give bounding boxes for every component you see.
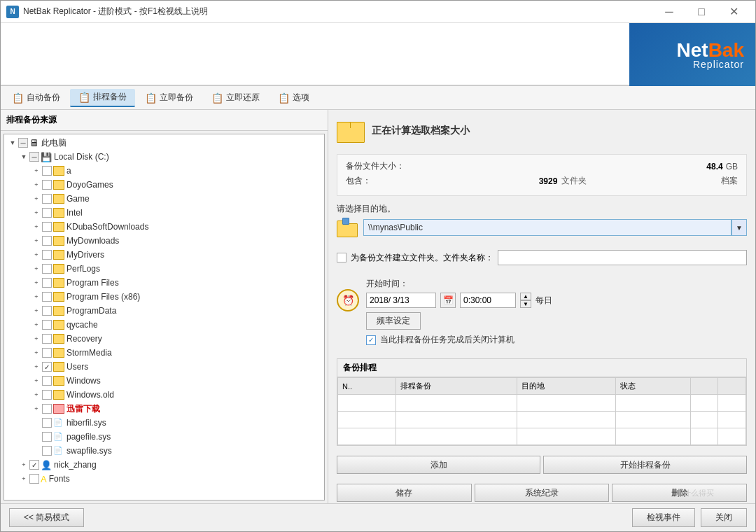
checkbox-kdubasoftdownloads[interactable]	[42, 222, 52, 232]
checkbox-mydrivers[interactable]	[42, 250, 52, 260]
calendar-button[interactable]: 📅	[440, 293, 456, 308]
time-spin-down[interactable]: ▼	[520, 300, 531, 308]
tree-item-users[interactable]: + ✓ Users	[6, 360, 323, 374]
checkbox-fonts[interactable]	[29, 474, 39, 484]
expand-local-disk[interactable]: ▼	[18, 151, 29, 162]
view-events-button[interactable]: 检视事件	[632, 508, 695, 527]
expand-perflogs[interactable]: +	[31, 263, 42, 274]
minimize-button[interactable]: ─	[653, 1, 685, 23]
tree-item-program-files-x86[interactable]: + Program Files (x86)	[6, 290, 323, 304]
start-schedule-button[interactable]: 开始排程备份	[543, 456, 747, 474]
shutdown-checkbox[interactable]: ✓	[366, 335, 376, 345]
expand-program-files[interactable]: +	[31, 277, 42, 288]
folder-create-checkbox[interactable]	[337, 253, 346, 262]
tree-item-nick-zhang[interactable]: + ✓ 👤 nick_zhang	[6, 458, 323, 472]
checkbox-a[interactable]	[42, 166, 52, 176]
checkbox-users[interactable]: ✓	[42, 362, 52, 372]
expand-qycache[interactable]: +	[31, 319, 42, 330]
tree-item-doyogames[interactable]: + DoyoGames	[6, 178, 323, 192]
expand-doyogames[interactable]: +	[31, 179, 42, 190]
checkbox-xunlei[interactable]	[42, 404, 52, 414]
save-button[interactable]: 储存	[337, 484, 472, 502]
expand-fonts[interactable]: +	[18, 473, 29, 484]
expand-a[interactable]: +	[31, 165, 42, 176]
tree-item-this-pc[interactable]: ▼ ─ 🖥 此电脑	[6, 136, 323, 150]
tree-item-stormmedia[interactable]: + StormMedia	[6, 346, 323, 360]
simple-mode-button[interactable]: << 简易模式	[9, 508, 84, 527]
expand-nick-zhang[interactable]: +	[18, 459, 29, 470]
tree-item-windows-old[interactable]: + Windows.old	[6, 388, 323, 402]
expand-kdubasoftdownloads[interactable]: +	[31, 221, 42, 232]
folder-name-input[interactable]	[498, 250, 747, 265]
expand-programdata[interactable]: +	[31, 305, 42, 316]
expand-program-files-x86[interactable]: +	[31, 291, 42, 302]
expand-users[interactable]: +	[31, 361, 42, 372]
tree-item-windows[interactable]: + Windows	[6, 374, 323, 388]
expand-this-pc[interactable]: ▼	[7, 137, 18, 148]
expand-windows-old[interactable]: +	[31, 389, 42, 400]
checkbox-swapfile[interactable]	[42, 446, 52, 456]
tree-item-program-files[interactable]: + Program Files	[6, 276, 323, 290]
expand-xunlei[interactable]: +	[31, 403, 42, 414]
tab-auto-backup[interactable]: 📋 自动备份	[4, 89, 69, 107]
expand-mydownloads[interactable]: +	[31, 235, 42, 246]
tree-item-fonts[interactable]: + A Fonts	[6, 472, 323, 486]
checkbox-programdata[interactable]	[42, 306, 52, 316]
destination-dropdown-button[interactable]: ▼	[732, 219, 747, 236]
time-spin-up[interactable]: ▲	[520, 293, 531, 300]
checkbox-perflogs[interactable]	[42, 264, 52, 274]
checkbox-pagefile[interactable]	[42, 432, 52, 442]
checkbox-windows-old[interactable]	[42, 390, 52, 400]
system-log-button[interactable]: 系统纪录	[475, 484, 610, 502]
expand-windows[interactable]: +	[31, 375, 42, 386]
checkbox-intel[interactable]	[42, 208, 52, 218]
checkbox-program-files-x86[interactable]	[42, 292, 52, 302]
tree-item-mydrivers[interactable]: + MyDrivers	[6, 248, 323, 262]
expand-mydrivers[interactable]: +	[31, 249, 42, 260]
tab-options[interactable]: 📋 选项	[270, 89, 318, 107]
tree-item-kdubasoftdownloads[interactable]: + KDubaSoftDownloads	[6, 220, 323, 234]
tree-item-hiberfil[interactable]: + 📄 hiberfil.sys	[6, 416, 323, 430]
tab-instant-backup[interactable]: 📋 立即备份	[136, 89, 202, 107]
tree-item-pagefile[interactable]: + 📄 pagefile.sys	[6, 430, 323, 444]
checkbox-mydownloads[interactable]	[42, 236, 52, 246]
checkbox-windows[interactable]	[42, 376, 52, 386]
tab-schedule-backup[interactable]: 📋 排程备份	[70, 89, 135, 107]
tree-item-recovery[interactable]: + Recovery	[6, 332, 323, 346]
checkbox-stormmedia[interactable]	[42, 348, 52, 358]
expand-intel[interactable]: +	[31, 207, 42, 218]
delete-button[interactable]: 删除	[612, 484, 747, 502]
tree-item-intel[interactable]: + Intel	[6, 206, 323, 220]
tree-item-game[interactable]: + Game	[6, 192, 323, 206]
tree-item-local-disk[interactable]: ▼ ─ 💾 Local Disk (C:)	[6, 150, 323, 164]
tree-item-mydownloads[interactable]: + MyDownloads	[6, 234, 323, 248]
destination-input[interactable]	[363, 219, 732, 236]
checkbox-nick-zhang[interactable]: ✓	[29, 460, 39, 470]
expand-recovery[interactable]: +	[31, 333, 42, 344]
checkbox-game[interactable]	[42, 194, 52, 204]
checkbox-local-disk[interactable]: ─	[29, 152, 39, 162]
checkbox-qycache[interactable]	[42, 320, 52, 330]
expand-stormmedia[interactable]: +	[31, 347, 42, 358]
maximize-button[interactable]: □	[685, 1, 718, 23]
date-input[interactable]	[366, 293, 436, 308]
tree-item-a[interactable]: + a	[6, 164, 323, 178]
tree-item-perflogs[interactable]: + PerfLogs	[6, 262, 323, 276]
frequency-button[interactable]: 频率设定	[366, 312, 421, 330]
checkbox-doyogames[interactable]	[42, 180, 52, 190]
tab-instant-restore[interactable]: 📋 立即还原	[203, 89, 268, 107]
tree-item-swapfile[interactable]: + 📄 swapfile.sys	[6, 444, 323, 458]
checkbox-this-pc[interactable]: ─	[18, 138, 28, 148]
checkbox-program-files[interactable]	[42, 278, 52, 288]
tree-item-qycache[interactable]: + qycache	[6, 318, 323, 332]
expand-game[interactable]: +	[31, 193, 42, 204]
tree-item-programdata[interactable]: + ProgramData	[6, 304, 323, 318]
time-input[interactable]	[460, 293, 516, 308]
file-tree[interactable]: ▼ ─ 🖥 此电脑 ▼ ─ 💾 Local Disk (C:) + a	[4, 134, 325, 500]
close-button[interactable]: ✕	[718, 1, 750, 23]
checkbox-recovery[interactable]	[42, 334, 52, 344]
add-button[interactable]: 添加	[337, 456, 540, 474]
tree-item-xunlei[interactable]: + 迅雷下载	[6, 402, 323, 416]
checkbox-hiberfil[interactable]	[42, 418, 52, 428]
close-button-footer[interactable]: 关闭	[701, 508, 747, 527]
